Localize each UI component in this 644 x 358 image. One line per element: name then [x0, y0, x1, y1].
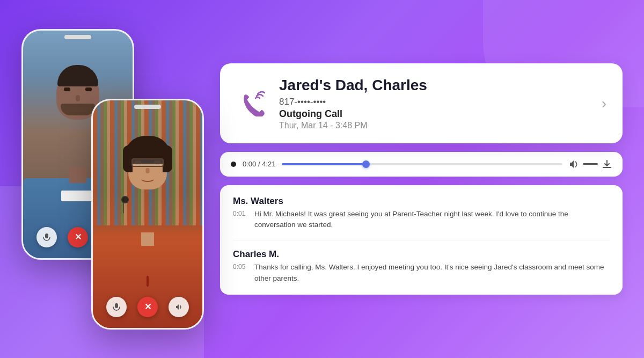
call-datetime: Thur, Mar 14 - 3:48 PM — [279, 121, 591, 130]
phones-area: ✕ — [21, 24, 204, 335]
end-call-icon-front: ✕ — [144, 302, 151, 312]
transcript-card: Ms. Walters 0:01 Hi Mr. Michaels! It was… — [220, 185, 623, 295]
svg-rect-2 — [115, 303, 118, 308]
phone-front: ✕ — [91, 99, 204, 330]
download-icon[interactable] — [602, 159, 612, 169]
svg-rect-0 — [45, 233, 48, 238]
outgoing-call-icon — [239, 91, 265, 116]
transcript-text-1: Hi Mr. Michaels! It was great seeing you… — [254, 209, 610, 231]
timestamp-1: 0:01 — [233, 209, 248, 217]
transcript-entry-1: Ms. Walters 0:01 Hi Mr. Michaels! It was… — [233, 196, 610, 231]
volume-button-front[interactable] — [169, 297, 189, 317]
main-layout: ✕ — [0, 0, 644, 358]
volume-slider[interactable] — [583, 163, 598, 165]
phone-controls-front: ✕ — [93, 297, 202, 317]
phone-number: 817-••••-•••• — [279, 97, 591, 107]
end-call-icon-back: ✕ — [75, 232, 82, 242]
call-icon-wrapper — [236, 87, 268, 120]
volume-icon[interactable] — [569, 160, 579, 169]
phone-notch-back — [64, 35, 91, 39]
audio-progress-thumb[interactable] — [362, 160, 370, 168]
speaker-name-1: Ms. Walters — [233, 196, 610, 207]
audio-time-display: 0:00 / 4:21 — [243, 160, 275, 168]
detail-chevron[interactable]: › — [602, 95, 606, 112]
mic-button-back[interactable] — [36, 227, 57, 247]
transcript-line-1: 0:01 Hi Mr. Michaels! It was great seein… — [233, 209, 610, 231]
audio-record-dot — [231, 162, 236, 167]
transcript-line-2: 0:05 Thanks for calling, Ms. Walters. I … — [233, 262, 610, 284]
caller-name: Jared's Dad, Charles — [279, 76, 591, 94]
speaker-name-2: Charles M. — [233, 249, 610, 260]
end-call-button-front[interactable]: ✕ — [137, 297, 158, 317]
transcript-text-2: Thanks for calling, Ms. Walters. I enjoy… — [254, 262, 610, 284]
call-type: Outgoing Call — [279, 108, 591, 120]
end-call-button-back[interactable]: ✕ — [68, 227, 88, 247]
transcript-divider — [233, 240, 610, 240]
right-panel: Jared's Dad, Charles 817-••••-•••• Outgo… — [220, 63, 623, 295]
mic-button-front[interactable] — [106, 297, 127, 317]
call-info: Jared's Dad, Charles 817-••••-•••• Outgo… — [279, 76, 591, 130]
call-info-card: Jared's Dad, Charles 817-••••-•••• Outgo… — [220, 63, 623, 143]
transcript-entry-2: Charles M. 0:05 Thanks for calling, Ms. … — [233, 249, 610, 284]
audio-player-card: 0:00 / 4:21 — [220, 152, 623, 177]
audio-progress-fill — [282, 163, 366, 165]
timestamp-2: 0:05 — [233, 262, 248, 271]
audio-progress-track[interactable] — [282, 163, 562, 165]
phone-notch-front — [134, 105, 161, 109]
phone-screen-front: ✕ — [93, 100, 202, 328]
audio-controls-right — [569, 159, 612, 169]
